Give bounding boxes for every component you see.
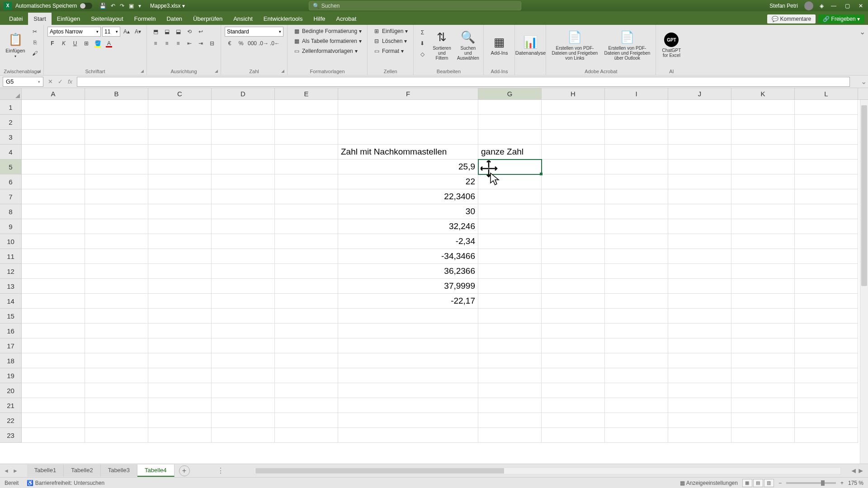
cell[interactable] [795,324,858,338]
cell[interactable] [731,398,795,413]
cell[interactable] [275,219,338,234]
cell[interactable] [148,353,212,368]
cell[interactable] [795,160,858,174]
cell[interactable] [85,219,148,234]
row-header[interactable]: 23 [0,428,22,443]
cell[interactable] [795,174,858,189]
cell[interactable] [212,294,275,309]
row-header[interactable]: 4 [0,145,22,160]
accessibility-status[interactable]: ♿ Barrierefreiheit: Untersuchen [27,480,104,486]
cell[interactable] [148,100,212,115]
cell[interactable] [731,353,795,368]
cell[interactable] [22,249,85,264]
sheet-tab[interactable]: Tabelle2 [64,465,100,477]
cell[interactable] [542,100,605,115]
cell[interactable] [22,338,85,353]
cell[interactable] [148,115,212,130]
cell[interactable] [605,353,668,368]
align-middle-icon[interactable]: ⬓ [162,27,172,37]
column-header[interactable]: D [212,88,275,99]
user-name[interactable]: Stefan Petri [769,3,798,9]
cell[interactable] [85,383,148,398]
cell[interactable] [85,309,148,324]
cell[interactable] [542,115,605,130]
cell[interactable] [148,234,212,249]
cell[interactable] [668,398,731,413]
cell[interactable] [731,145,795,160]
cell[interactable] [148,249,212,264]
row-header[interactable]: 18 [0,353,22,368]
cell[interactable] [22,204,85,219]
autosum-icon[interactable]: Σ [417,28,427,38]
cell[interactable] [605,264,668,279]
cell[interactable] [148,204,212,219]
cell[interactable] [212,353,275,368]
cell[interactable] [148,309,212,324]
cell[interactable] [731,309,795,324]
display-settings[interactable]: ▦ Anzeigeeinstellungen [680,480,738,486]
cell[interactable] [22,160,85,174]
border-icon[interactable]: ⊞ [81,38,91,48]
row-header[interactable]: 10 [0,234,22,249]
cell[interactable] [542,428,605,443]
dialog-launcher-icon[interactable]: ◢ [38,69,41,73]
row-header[interactable]: 13 [0,279,22,294]
diamond-icon[interactable]: ◈ [820,3,824,9]
sheet-tab[interactable]: Tabelle3 [101,465,137,477]
cell[interactable] [275,264,338,279]
cell[interactable] [478,383,542,398]
cell[interactable] [795,264,858,279]
hscroll-left-icon[interactable]: ◄ [850,467,857,475]
cell[interactable] [542,338,605,353]
cell[interactable] [85,145,148,160]
cell[interactable] [542,309,605,324]
cell[interactable] [668,145,731,160]
column-header[interactable]: J [668,88,731,99]
zoom-level[interactable]: 175 % [848,480,863,486]
cell[interactable] [22,115,85,130]
cell[interactable] [212,204,275,219]
cell[interactable] [338,130,478,145]
font-size-combo[interactable]: 11▾ [102,27,120,37]
cell[interactable] [275,368,338,383]
cell[interactable] [795,100,858,115]
cell[interactable]: 22 [338,174,478,189]
cell[interactable] [212,174,275,189]
row-header[interactable]: 8 [0,204,22,219]
cell[interactable] [542,174,605,189]
cell[interactable] [542,130,605,145]
cell[interactable] [542,189,605,204]
cell[interactable] [22,353,85,368]
cell[interactable] [148,398,212,413]
toggle-switch[interactable] [80,3,92,9]
enter-formula-icon[interactable]: ✓ [56,78,64,85]
cell[interactable] [85,204,148,219]
cell[interactable] [668,309,731,324]
cell[interactable] [668,219,731,234]
cell[interactable] [731,264,795,279]
column-header[interactable]: K [731,88,795,99]
cell[interactable] [795,219,858,234]
cell[interactable] [605,413,668,428]
row-header[interactable]: 19 [0,368,22,383]
row-header[interactable]: 22 [0,413,22,428]
row-header[interactable]: 17 [0,338,22,353]
tab-hilfe[interactable]: Hilfe [308,13,331,25]
format-painter-icon[interactable]: 🖌 [30,48,40,58]
cell[interactable] [275,189,338,204]
cell[interactable] [668,100,731,115]
row-header[interactable]: 16 [0,324,22,338]
dialog-launcher-icon[interactable]: ◢ [141,69,144,73]
sort-filter-button[interactable]: ⇅ Sortieren und Filtern [430,27,453,64]
column-header[interactable]: H [542,88,605,99]
expand-formula-bar-icon[interactable]: ⌄ [859,77,868,86]
cell[interactable] [478,309,542,324]
cell[interactable] [212,398,275,413]
cell[interactable] [542,219,605,234]
cell[interactable] [22,264,85,279]
row-header[interactable]: 2 [0,115,22,130]
page-break-view-icon[interactable]: ▥ [764,479,774,487]
font-color-icon[interactable]: A [104,38,114,48]
document-name[interactable]: Mappe3.xlsx ▾ [150,3,185,9]
cell[interactable] [542,368,605,383]
